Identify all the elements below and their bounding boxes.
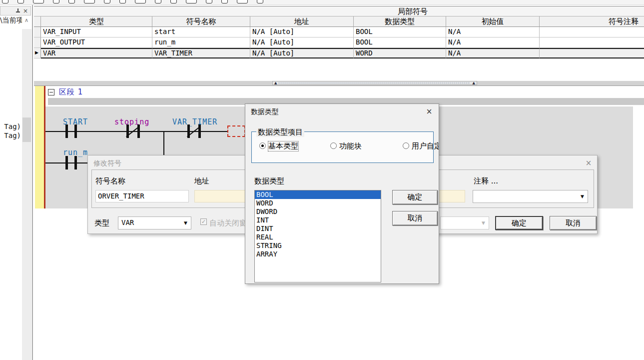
tree-panel-header: ×: [0, 6, 31, 16]
menu-bar-clipped[interactable]: [0, 0, 644, 5]
comment-label: 注释 ...: [474, 176, 498, 186]
table-row[interactable]: VAR_INPUT start N/A [Auto] BOOL N/A: [34, 27, 644, 38]
col-header-comment[interactable]: 符号注释: [540, 16, 644, 27]
radio-function-block[interactable]: [330, 142, 337, 149]
col-header-type[interactable]: 类型: [41, 16, 152, 27]
list-label: 数据类型: [254, 176, 284, 186]
list-item[interactable]: INT: [255, 216, 381, 224]
tree-panel-tab-label[interactable]: \当前项: [0, 16, 22, 27]
cancel-button[interactable]: 取消: [392, 211, 438, 226]
network-header: 区段 1: [48, 87, 83, 97]
list-item[interactable]: REAL: [255, 233, 381, 242]
contact-no[interactable]: [65, 124, 68, 138]
collapse-icon[interactable]: [48, 89, 54, 96]
ok-button[interactable]: 确定: [495, 216, 543, 230]
scroll-up-icon[interactable]: ∧: [22, 17, 31, 26]
contact-no[interactable]: [65, 156, 68, 170]
type-label: 类型: [94, 218, 109, 228]
close-icon[interactable]: ×: [425, 107, 434, 116]
splitter-handle[interactable]: ▲ ▲: [272, 81, 477, 85]
dialog-title: 修改符号: [93, 159, 121, 168]
contact-label[interactable]: VAR_TIMER: [172, 118, 217, 126]
selection-cursor[interactable]: [227, 126, 245, 137]
radio-row: 基本类型 功能块 用户自定义: [245, 142, 439, 152]
tree-scrollbar[interactable]: [22, 29, 31, 360]
col-header-address[interactable]: 地址: [250, 16, 354, 27]
chevron-down-icon[interactable]: ▼: [184, 220, 187, 226]
list-item[interactable]: BOOL: [255, 190, 381, 199]
selector-header: [34, 16, 41, 27]
symbol-name-input[interactable]: ORVER_TIMER: [95, 190, 189, 202]
table-row-selected[interactable]: ▶ VAR VAR_TIMER N/A [Auto] WORD N/A: [34, 48, 644, 58]
table-row[interactable]: VAR_OUTPUT run_m N/A [Auto] BOOL N/A: [34, 38, 644, 48]
col-header-datatype[interactable]: 数据类型: [354, 16, 446, 27]
tree-item[interactable]: Tag) Tag): [0, 122, 21, 140]
datatype-listbox[interactable]: BOOL WORD DWORD INT DINT REAL STRING ARR…: [254, 190, 381, 282]
contact-no[interactable]: [74, 156, 77, 170]
splitter-arrow-icon[interactable]: ▲: [274, 81, 277, 85]
list-item[interactable]: STRING: [255, 242, 381, 250]
cancel-button[interactable]: 取消: [550, 216, 597, 230]
ok-button[interactable]: 确定: [392, 190, 438, 204]
table-title: 局部符号: [398, 7, 428, 16]
network-label[interactable]: 区段 1: [59, 88, 83, 97]
comment-combo[interactable]: ▼: [473, 190, 588, 203]
pin-icon[interactable]: [16, 8, 20, 14]
splitter-arrow-icon[interactable]: ▲: [473, 81, 475, 85]
app-window: × \当前项 ∧ Tag) Tag) 局部符号 类型 符号名称 地址 数据类型 …: [0, 0, 644, 360]
panel-divider: [32, 5, 33, 360]
list-item[interactable]: ARRAY: [255, 250, 381, 258]
list-item[interactable]: DWORD: [255, 208, 381, 216]
address-label: 地址: [194, 176, 209, 186]
list-item[interactable]: WORD: [255, 199, 381, 208]
disabled-combo: ▼: [440, 216, 489, 230]
name-label: 符号名称: [95, 176, 125, 186]
table-header-row: 类型 符号名称 地址 数据类型 初始值 符号注释: [34, 16, 644, 27]
table-title-bar: 局部符号: [34, 6, 644, 16]
chevron-down-icon: ▼: [482, 220, 485, 226]
radio-basic-type[interactable]: [259, 142, 266, 149]
col-header-initial[interactable]: 初始值: [446, 16, 540, 27]
current-row-marker-icon: ▶: [35, 50, 38, 55]
close-icon[interactable]: ×: [23, 8, 28, 14]
contact-label[interactable]: stoping: [114, 118, 149, 126]
chevron-down-icon[interactable]: ▼: [581, 194, 584, 199]
close-icon[interactable]: ×: [584, 158, 593, 168]
dialog-title: 数据类型: [251, 108, 279, 116]
group-label: 数据类型项目: [256, 128, 304, 137]
tree-scrollbar-thumb[interactable]: [22, 118, 31, 142]
datatype-dialog: 数据类型 × 数据类型项目 基本类型 功能块 用户自定义 数据类型 BOOL W…: [245, 104, 439, 284]
autoclose-checkbox[interactable]: ✓: [200, 218, 207, 225]
type-combo[interactable]: VAR ▼: [118, 216, 191, 230]
ladder-margin: [35, 86, 44, 208]
radio-user-defined[interactable]: [403, 142, 409, 149]
col-header-name[interactable]: 符号名称: [152, 16, 250, 27]
contact-no[interactable]: [74, 124, 77, 138]
list-item[interactable]: DINT: [255, 224, 381, 233]
